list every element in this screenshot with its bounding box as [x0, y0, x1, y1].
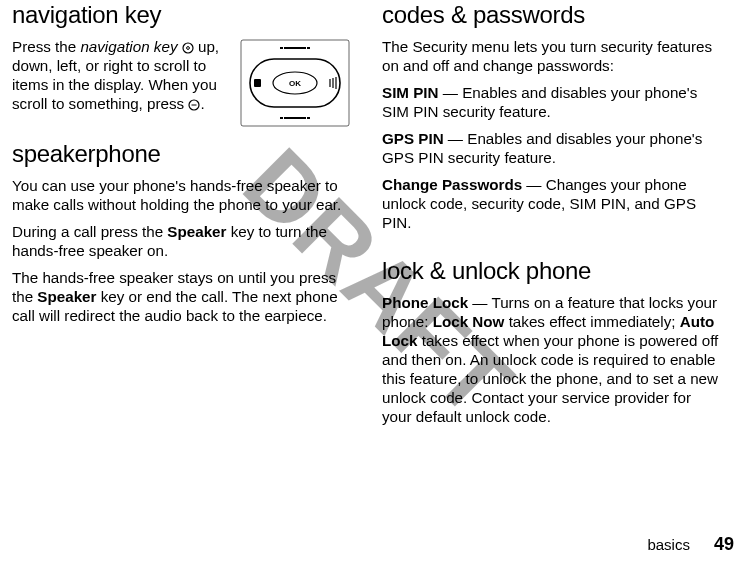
codes-intro: The Security menu lets you turn security…	[382, 37, 720, 75]
phone-lock-item: Phone Lock — Turns on a feature that loc…	[382, 293, 720, 426]
svg-rect-7	[280, 117, 283, 119]
svg-point-11	[186, 47, 189, 50]
page-number: 49	[714, 533, 734, 556]
lock-now-label: Lock Now	[433, 313, 505, 330]
right-column: codes & passwords The Security menu lets…	[382, 0, 720, 434]
svg-rect-8	[307, 117, 310, 119]
columns: navigation key OK	[0, 0, 756, 434]
text: takes effect immediately;	[504, 313, 679, 330]
text: takes effect when your phone is powered …	[382, 332, 718, 425]
footer-section: basics	[647, 536, 690, 555]
svg-rect-3	[284, 47, 306, 49]
page-footer: basics 49	[647, 533, 734, 556]
sim-pin-item: SIM PIN — Enables and disables your phon…	[382, 83, 720, 121]
nav-key-heading: navigation key	[12, 0, 350, 30]
lock-heading: lock & unlock phone	[382, 256, 720, 286]
speakerphone-p3: The hands-free speaker stays on until yo…	[12, 268, 350, 325]
speakerphone-p1: You can use your phone's hands-free spea…	[12, 176, 350, 214]
svg-rect-4	[280, 47, 283, 49]
speaker-key-label: Speaker	[37, 288, 96, 305]
sim-pin-label: SIM PIN	[382, 84, 439, 101]
ok-key-icon	[188, 99, 200, 111]
svg-rect-5	[307, 47, 310, 49]
change-passwords-item: Change Passwords — Changes your phone un…	[382, 175, 720, 232]
nav-ring-icon	[182, 42, 194, 54]
gps-pin-label: GPS PIN	[382, 130, 444, 147]
page: DRAFT navigation key OK	[0, 0, 756, 565]
nav-key-illustration: OK	[240, 39, 350, 127]
ok-label: OK	[289, 79, 301, 88]
speakerphone-p2: During a call press the Speaker key to t…	[12, 222, 350, 260]
nav-key-term: navigation key	[80, 38, 177, 55]
text: During a call press the	[12, 223, 167, 240]
change-passwords-label: Change Passwords	[382, 176, 522, 193]
svg-point-10	[183, 43, 193, 53]
left-column: navigation key OK	[12, 0, 350, 434]
navigation-key-diagram: OK	[240, 39, 350, 127]
text: .	[200, 95, 204, 112]
gps-pin-item: GPS PIN — Enables and disables your phon…	[382, 129, 720, 167]
svg-rect-9	[254, 79, 261, 87]
svg-rect-6	[284, 117, 306, 119]
codes-heading: codes & passwords	[382, 0, 720, 30]
speakerphone-heading: speakerphone	[12, 139, 350, 169]
speaker-key-label: Speaker	[167, 223, 226, 240]
phone-lock-label: Phone Lock	[382, 294, 468, 311]
text: Press the	[12, 38, 80, 55]
